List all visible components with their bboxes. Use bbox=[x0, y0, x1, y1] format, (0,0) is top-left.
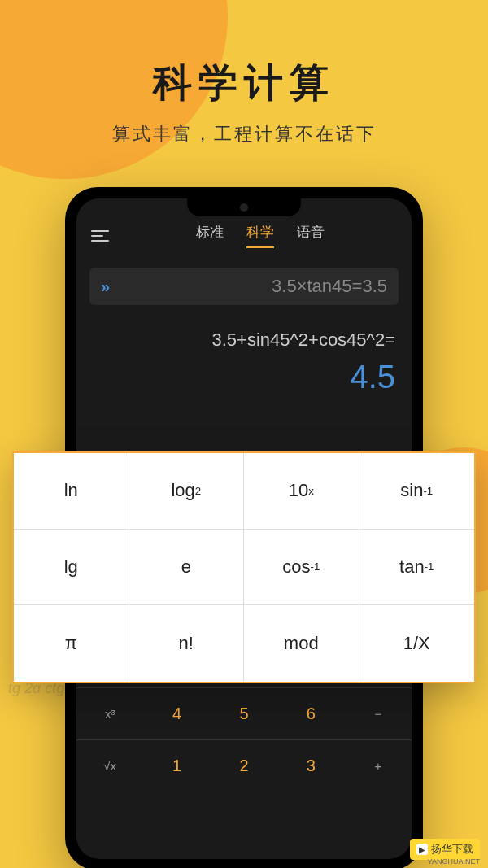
key-e[interactable]: e bbox=[129, 530, 245, 606]
promo-title: 科学计算 bbox=[0, 57, 488, 109]
key-reciprocal[interactable]: 1/X bbox=[359, 605, 475, 682]
key-arcsin[interactable]: sin-1 bbox=[359, 453, 475, 530]
key-2[interactable]: 2 bbox=[211, 739, 277, 792]
menu-icon[interactable] bbox=[91, 230, 109, 242]
numpad-row-2: x³ 4 5 6 − bbox=[76, 687, 412, 739]
key-arctan[interactable]: tan-1 bbox=[359, 530, 475, 606]
key-3[interactable]: 3 bbox=[277, 739, 344, 792]
history-row[interactable]: » 3.5×tan45=3.5 bbox=[89, 268, 399, 305]
tab-voice[interactable]: 语音 bbox=[297, 223, 325, 248]
key-lg[interactable]: lg bbox=[14, 530, 129, 606]
watermark-text: 扬华下载 bbox=[431, 842, 473, 857]
key-pi[interactable]: π bbox=[14, 605, 129, 682]
promo-subtitle: 算式丰富，工程计算不在话下 bbox=[0, 122, 488, 146]
key-ten-x[interactable]: 10x bbox=[244, 453, 359, 530]
key-x-cubed[interactable]: x³ bbox=[76, 687, 143, 739]
tab-standard[interactable]: 标准 bbox=[196, 223, 224, 248]
key-1[interactable]: 1 bbox=[143, 739, 210, 792]
key-6[interactable]: 6 bbox=[277, 687, 344, 739]
key-mod[interactable]: mod bbox=[244, 605, 359, 682]
key-4[interactable]: 4 bbox=[143, 687, 210, 739]
key-log2[interactable]: log2 bbox=[129, 453, 245, 530]
result-display: 4.5 bbox=[76, 359, 412, 408]
phone-notch bbox=[187, 198, 301, 216]
key-ln[interactable]: ln bbox=[14, 453, 129, 530]
key-plus[interactable]: + bbox=[345, 739, 412, 792]
numpad-row-3: √x 1 2 3 + bbox=[76, 739, 412, 792]
key-factorial[interactable]: n! bbox=[129, 605, 245, 682]
key-sqrt[interactable]: √x bbox=[76, 739, 143, 792]
expression-display: 3.5+sin45^2+cos45^2= bbox=[76, 305, 412, 359]
key-5[interactable]: 5 bbox=[211, 687, 277, 739]
watermark-url: YANGHUA.NET bbox=[428, 857, 480, 866]
key-minus[interactable]: − bbox=[345, 687, 412, 739]
function-panel: ln log2 10x sin-1 lg e cos-1 tan-1 π n! … bbox=[12, 451, 476, 683]
watermark-icon: ▶ bbox=[416, 844, 428, 855]
history-expand-icon: » bbox=[101, 277, 110, 296]
tab-scientific[interactable]: 科学 bbox=[246, 223, 274, 248]
key-arccos[interactable]: cos-1 bbox=[244, 530, 359, 606]
mode-tabs: 标准 科学 语音 bbox=[124, 223, 397, 248]
history-text: 3.5×tan45=3.5 bbox=[118, 276, 387, 297]
